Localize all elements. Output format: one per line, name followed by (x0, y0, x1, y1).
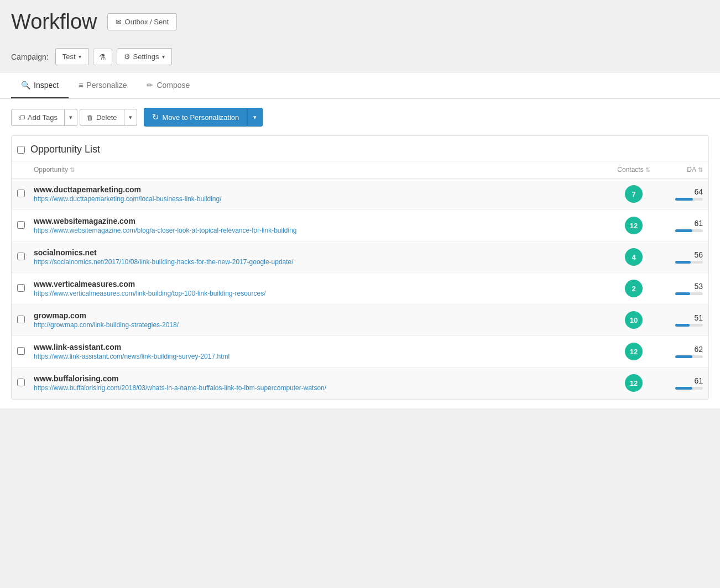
opportunity-url[interactable]: https://www.ducttapemarketing.com/local-… (34, 195, 603, 203)
da-value: 53 (664, 282, 703, 291)
sort-icon-opportunity: ⇅ (70, 166, 75, 174)
gear-icon (124, 53, 131, 61)
opportunity-cell: www.buffalorising.com https://www.buffal… (34, 374, 603, 392)
domain-name: www.ducttapemarketing.com (34, 185, 603, 194)
da-bar-container (675, 355, 703, 358)
outbox-label: Outbox / Sent (125, 18, 169, 26)
section-header: Opportunity List (12, 136, 708, 161)
domain-name: socialnomics.net (34, 248, 603, 257)
row-checkbox-cell (17, 379, 34, 388)
opportunity-cell: www.websitemagazine.com https://www.webs… (34, 217, 603, 234)
contacts-badge: 12 (625, 343, 643, 360)
contacts-badge: 12 (625, 374, 643, 392)
contacts-cell: 12 (603, 343, 664, 360)
da-cell: 61 (664, 219, 703, 232)
opportunity-url[interactable]: https://www.buffalorising.com/2018/03/wh… (34, 384, 603, 392)
tabs-area: 🔍 Inspect ≡ Personalize ✏ Compose (0, 73, 720, 99)
sync-icon: ↻ (152, 112, 159, 122)
contacts-col-header[interactable]: Contacts ⇅ (603, 166, 664, 174)
table-row: www.link-assistant.com https://www.link-… (12, 336, 708, 368)
da-cell: 53 (664, 282, 703, 295)
row-checkbox[interactable] (17, 284, 25, 292)
tab-compose[interactable]: ✏ Compose (137, 73, 200, 98)
da-cell: 56 (664, 250, 703, 264)
delete-button[interactable]: Delete (80, 109, 124, 126)
page-title: Workflow (11, 10, 97, 34)
opportunity-cell: growmap.com http://growmap.com/link-buil… (34, 311, 603, 329)
settings-button[interactable]: Settings ▾ (117, 48, 172, 65)
opportunity-url[interactable]: https://www.websitemagazine.com/blog/a-c… (34, 227, 603, 234)
opportunity-section: Opportunity List Opportunity ⇅ Contacts … (11, 135, 709, 400)
trash-icon (87, 113, 93, 122)
opportunity-url[interactable]: https://www.link-assistant.com/news/link… (34, 353, 603, 360)
row-checkbox[interactable] (17, 316, 25, 323)
opportunity-col-header[interactable]: Opportunity ⇅ (34, 166, 603, 174)
contacts-badge: 7 (625, 185, 643, 203)
opportunity-url[interactable]: https://www.verticalmeasures.com/link-bu… (34, 290, 603, 297)
content-area: Add Tags ▾ Delete ▾ ↻ Move to Personaliz… (0, 99, 720, 408)
row-checkbox-cell (17, 253, 34, 262)
toolbar: Add Tags ▾ Delete ▾ ↻ Move to Personaliz… (11, 108, 709, 127)
da-value: 51 (664, 313, 703, 322)
opportunity-cell: www.ducttapemarketing.com https://www.du… (34, 185, 603, 203)
select-all-checkbox[interactable] (17, 146, 25, 154)
section-title: Opportunity List (30, 144, 100, 155)
da-bar (675, 292, 690, 295)
da-bar-container (675, 387, 703, 390)
row-checkbox-cell (17, 190, 34, 199)
outbox-button[interactable]: Outbox / Sent (107, 13, 178, 30)
table-body: www.ducttapemarketing.com https://www.du… (12, 179, 708, 399)
table-row: www.buffalorising.com https://www.buffal… (12, 368, 708, 399)
flask-icon (99, 53, 106, 61)
tab-personalize[interactable]: ≡ Personalize (69, 73, 137, 98)
add-tags-group: Add Tags ▾ (11, 109, 77, 126)
tab-personalize-label: Personalize (86, 81, 127, 90)
tab-inspect[interactable]: 🔍 Inspect (11, 73, 69, 98)
opportunity-col-label: Opportunity (34, 166, 68, 174)
table-row: www.verticalmeasures.com https://www.ver… (12, 273, 708, 305)
chevron-down-icon: ▾ (79, 54, 81, 60)
table-row: socialnomics.net https://socialnomics.ne… (12, 242, 708, 273)
campaign-value: Test (62, 53, 76, 61)
da-col-header[interactable]: DA ⇅ (664, 166, 703, 174)
domain-name: growmap.com (34, 311, 603, 320)
domain-name: www.verticalmeasures.com (34, 280, 603, 288)
contacts-cell: 12 (603, 217, 664, 234)
domain-name: www.buffalorising.com (34, 374, 603, 383)
contacts-cell: 7 (603, 185, 664, 203)
da-cell: 61 (664, 376, 703, 390)
opportunity-url[interactable]: http://growmap.com/link-building-strateg… (34, 321, 603, 329)
row-checkbox[interactable] (17, 253, 25, 260)
da-bar-container (675, 261, 703, 264)
row-checkbox[interactable] (17, 347, 25, 355)
da-bar-container (675, 229, 703, 232)
contacts-cell: 4 (603, 248, 664, 266)
table-row: www.websitemagazine.com https://www.webs… (12, 210, 708, 242)
da-value: 62 (664, 345, 703, 354)
contacts-badge: 2 (625, 280, 643, 297)
row-checkbox[interactable] (17, 190, 25, 197)
flask-button[interactable] (93, 49, 112, 65)
row-checkbox[interactable] (17, 379, 25, 386)
move-to-personalization-button[interactable]: ↻ Move to Personalization (144, 108, 248, 127)
domain-name: www.websitemagazine.com (34, 217, 603, 225)
table-header: Opportunity ⇅ Contacts ⇅ DA ⇅ (12, 161, 708, 179)
opportunity-cell: socialnomics.net https://socialnomics.ne… (34, 248, 603, 266)
move-dropdown-arrow[interactable]: ▾ (247, 108, 263, 127)
row-checkbox-cell (17, 316, 34, 325)
page-header: Workflow Outbox / Sent (0, 0, 720, 41)
opportunity-url[interactable]: https://socialnomics.net/2017/10/08/link… (34, 258, 603, 266)
campaign-dropdown-button[interactable]: Test ▾ (55, 48, 88, 65)
chevron-down-icon-2: ▾ (162, 54, 165, 60)
da-value: 56 (664, 250, 703, 259)
delete-dropdown-arrow[interactable]: ▾ (124, 109, 137, 126)
add-tags-button[interactable]: Add Tags (11, 109, 65, 126)
tab-compose-label: Compose (156, 81, 190, 90)
move-group: ↻ Move to Personalization ▾ (144, 108, 263, 127)
add-tags-label: Add Tags (28, 113, 58, 122)
add-tags-dropdown-arrow[interactable]: ▾ (65, 109, 77, 126)
row-checkbox[interactable] (17, 221, 25, 229)
opportunity-cell: www.verticalmeasures.com https://www.ver… (34, 280, 603, 297)
table-row: growmap.com http://growmap.com/link-buil… (12, 305, 708, 336)
search-icon: 🔍 (21, 81, 30, 90)
